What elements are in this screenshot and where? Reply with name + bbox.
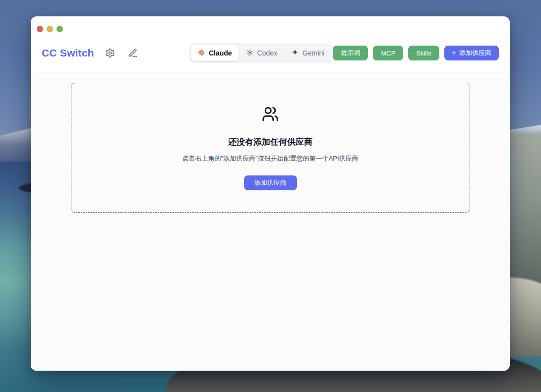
edit-button[interactable] [126, 46, 140, 60]
users-icon [262, 106, 279, 124]
tab-claude[interactable]: Claude [191, 45, 239, 61]
tab-codex[interactable]: Codex [240, 45, 284, 61]
skills-button[interactable]: Skills [408, 46, 439, 60]
claude-starburst-icon [197, 49, 205, 58]
tab-codex-label: Codex [257, 49, 277, 57]
mcp-button[interactable]: MCP [373, 46, 403, 60]
empty-provider-dropzone: 还没有添加任何供应商 点击右上角的"添加供应商"按钮开始配置您的第一个API供应… [71, 83, 470, 213]
zoom-window-button[interactable] [57, 26, 63, 32]
gemini-sparkle-icon [291, 49, 299, 58]
app-header: CC Switch [42, 42, 499, 64]
empty-state-add-provider-button[interactable]: 添加供应商 [244, 175, 297, 190]
pen-icon [128, 48, 138, 58]
tab-claude-label: Claude [209, 49, 232, 57]
app-title: CC Switch [42, 47, 94, 59]
add-provider-label: 添加供应商 [459, 49, 491, 57]
minimize-window-button[interactable] [47, 26, 53, 32]
add-provider-button[interactable]: + 添加供应商 [444, 46, 499, 60]
main-content: 还没有添加任何供应商 点击右上角的"添加供应商"按钮开始配置您的第一个API供应… [31, 72, 510, 371]
openai-icon [246, 49, 254, 58]
window-titlebar [31, 16, 510, 36]
prompts-button[interactable]: 提示词 [333, 46, 368, 60]
tab-gemini[interactable]: Gemini [285, 45, 331, 61]
empty-state-title: 还没有添加任何供应商 [228, 136, 312, 148]
empty-state-description: 点击右上角的"添加供应商"按钮开始配置您的第一个API供应商 [182, 154, 358, 163]
tab-gemini-label: Gemini [302, 49, 324, 57]
gear-icon [105, 48, 115, 58]
settings-button[interactable] [103, 46, 117, 60]
close-window-button[interactable] [37, 26, 43, 32]
provider-app-switcher: Claude Codex [189, 43, 333, 63]
app-window: CC Switch [31, 16, 510, 371]
plus-icon: + [452, 49, 456, 57]
